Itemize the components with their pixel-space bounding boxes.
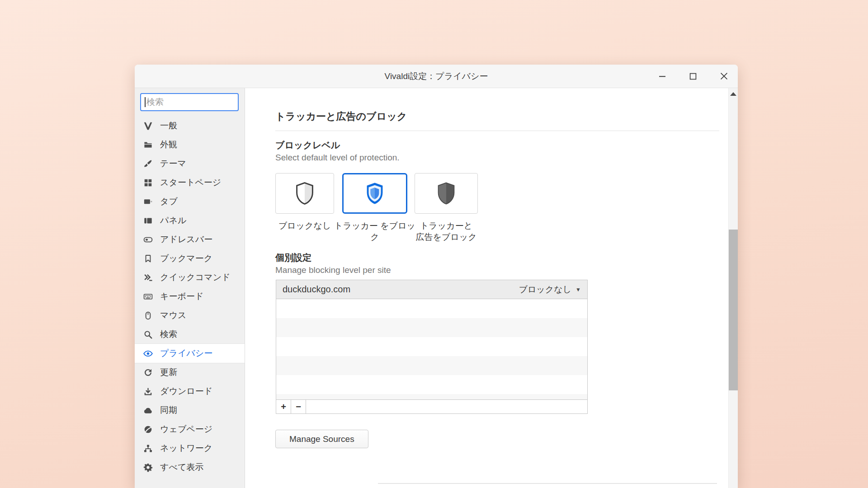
settings-content: トラッカーと広告のブロック ブロックレベル Select default lev…: [245, 88, 728, 488]
block-option-none-label[interactable]: ブロックなし: [266, 220, 343, 231]
sidebar-item-label: プライバシー: [160, 347, 212, 359]
per-site-title: 個別設定: [275, 252, 311, 264]
sidebar-item-label: すべて表示: [160, 461, 203, 473]
sidebar-item-label: ブックマーク: [160, 253, 212, 264]
site-level-dropdown[interactable]: ブロックなし ▼: [519, 284, 581, 296]
add-site-button[interactable]: +: [276, 400, 291, 413]
sidebar-item-appearance[interactable]: 外観: [135, 135, 245, 154]
desktop-background: Vivaldi設定：プライバシー 検索 一般外観テーマスタートページタブパネルア…: [0, 0, 868, 488]
tabs-icon: [143, 197, 153, 206]
scrollbar-thumb[interactable]: [729, 230, 738, 390]
eye-icon: [143, 348, 153, 358]
download-icon: [143, 386, 153, 396]
network-icon: [143, 443, 153, 453]
minimize-icon[interactable]: [658, 72, 667, 81]
sidebar-item-addressbar[interactable]: アドレスバー: [135, 230, 245, 249]
page-title: トラッカーと広告のブロック: [275, 110, 407, 123]
sidebar-item-updates[interactable]: 更新: [135, 363, 245, 382]
sidebar-item-showall[interactable]: すべて表示: [135, 458, 245, 477]
sidebar-item-bookmarks[interactable]: ブックマーク: [135, 249, 245, 268]
sidebar-nav: 一般外観テーマスタートページタブパネルアドレスバーブックマーククイックコマンドキ…: [135, 116, 245, 477]
section-divider: [275, 131, 719, 131]
sidebar-item-label: 同期: [160, 404, 177, 416]
sidebar-item-startpage[interactable]: スタートページ: [135, 173, 245, 192]
sidebar-item-themes[interactable]: テーマ: [135, 154, 245, 173]
search-placeholder: 検索: [146, 96, 164, 108]
sidebar-item-label: マウス: [160, 310, 186, 321]
table-empty-row: [276, 337, 587, 356]
text-caret: [145, 97, 146, 107]
sidebar-item-label: ウェブページ: [160, 423, 212, 435]
sidebar-item-mouse[interactable]: マウス: [135, 306, 245, 325]
theme-icon: [143, 159, 153, 169]
window-controls: [658, 65, 728, 88]
block-option-trackers-ads-label[interactable]: トラッカーと 広告をブロック: [406, 220, 487, 243]
scroll-up-icon[interactable]: [730, 92, 736, 96]
globe-icon: [143, 424, 153, 434]
shield-blue-icon: [365, 182, 385, 205]
refresh-icon: [143, 367, 153, 377]
mouse-icon: [143, 310, 153, 320]
table-body: [276, 299, 587, 394]
startpage-icon: [143, 178, 153, 188]
site-name: duckduckgo.com: [283, 284, 519, 295]
table-empty-row: [276, 299, 587, 318]
next-section-divider: [378, 483, 717, 484]
gear-icon: [143, 462, 153, 472]
table-empty-row: [276, 356, 587, 375]
sidebar-item-label: 検索: [160, 328, 177, 340]
block-option-trackers-ads[interactable]: [415, 173, 478, 214]
sidebar-item-webpages[interactable]: ウェブページ: [135, 420, 245, 439]
manage-sources-button[interactable]: Manage Sources: [275, 430, 368, 448]
sidebar-item-search[interactable]: 検索: [135, 325, 245, 344]
sidebar-item-label: アドレスバー: [160, 234, 212, 245]
per-site-subtitle: Manage blocking level per site: [275, 265, 391, 275]
sidebar-item-label: キーボード: [160, 291, 203, 302]
title-bar[interactable]: Vivaldi設定：プライバシー: [135, 65, 738, 88]
keyboard-icon: [143, 291, 153, 301]
per-site-table: duckduckgo.com ブロックなし ▼ + −: [276, 280, 588, 414]
table-row-duckduckgo[interactable]: duckduckgo.com ブロックなし ▼: [276, 280, 587, 299]
maximize-icon[interactable]: [689, 72, 698, 81]
appearance-icon: [143, 140, 153, 150]
sidebar-item-downloads[interactable]: ダウンロード: [135, 382, 245, 401]
sidebar-item-label: 外観: [160, 139, 177, 150]
addressbar-icon: [143, 235, 153, 244]
sidebar-item-sync[interactable]: 同期: [135, 401, 245, 420]
settings-window: Vivaldi設定：プライバシー 検索 一般外観テーマスタートページタブパネルア…: [135, 65, 738, 488]
shield-dark-icon: [436, 182, 456, 205]
table-toolbar: + −: [276, 399, 587, 413]
sidebar-item-privacy[interactable]: プライバシー: [135, 344, 245, 363]
sidebar-item-general[interactable]: 一般: [135, 116, 245, 135]
settings-sidebar: 検索 一般外観テーマスタートページタブパネルアドレスバーブックマーククイックコマ…: [135, 88, 245, 488]
bookmark-icon: [143, 253, 153, 263]
sidebar-item-label: クイックコマンド: [160, 272, 231, 283]
table-row-partial: [276, 394, 587, 399]
block-option-trackers-label[interactable]: トラッカー をブロック: [333, 220, 416, 243]
shield-outline-icon: [295, 182, 315, 205]
sidebar-item-panel[interactable]: パネル: [135, 211, 245, 230]
sidebar-item-network[interactable]: ネットワーク: [135, 439, 245, 458]
quick-commands-icon: [143, 272, 153, 282]
table-empty-row: [276, 318, 587, 337]
remove-site-button[interactable]: −: [291, 400, 306, 413]
block-option-none[interactable]: [275, 173, 334, 214]
window-title: Vivaldi設定：プライバシー: [135, 65, 738, 88]
table-toolbar-space: [306, 400, 587, 413]
chevron-down-icon: ▼: [576, 286, 581, 293]
cloud-icon: [143, 405, 153, 415]
block-level-subtitle: Select default level of protection.: [275, 153, 400, 163]
panel-icon: [143, 216, 153, 225]
sidebar-item-tabs[interactable]: タブ: [135, 192, 245, 211]
scrollbar-track[interactable]: [728, 88, 738, 488]
sidebar-item-quickcommands[interactable]: クイックコマンド: [135, 268, 245, 287]
sidebar-item-label: スタートページ: [160, 177, 221, 188]
sidebar-item-label: テーマ: [160, 158, 186, 169]
sidebar-item-label: タブ: [160, 196, 178, 207]
block-option-trackers[interactable]: [342, 173, 407, 214]
close-icon[interactable]: [719, 72, 728, 81]
search-input[interactable]: 検索: [140, 93, 239, 111]
block-level-title: ブロックレベル: [275, 139, 340, 151]
sidebar-item-label: パネル: [160, 215, 186, 226]
sidebar-item-keyboard[interactable]: キーボード: [135, 287, 245, 306]
